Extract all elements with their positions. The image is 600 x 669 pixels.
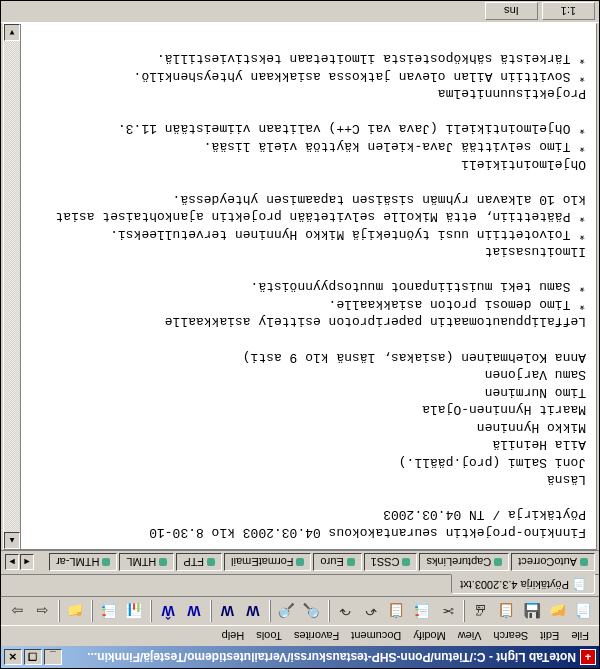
clip-tab-html[interactable]: HTML [119,554,174,572]
book-icon [580,559,588,567]
toolbar-separator [463,600,465,622]
toolbar-separator [210,600,212,622]
new-file-icon[interactable]: 📄 [571,599,595,623]
find-icon[interactable]: 🔍 [300,599,324,623]
clip-scroll-left[interactable]: ◄ [20,555,34,571]
menu-document[interactable]: Document [345,628,407,644]
forward-icon[interactable]: ⇨ [5,599,29,623]
open-file-icon[interactable]: 📂 [546,599,570,623]
browser-icon[interactable]: W [182,599,206,623]
book-icon [102,559,110,567]
menu-tools[interactable]: Tools [250,628,288,644]
vertical-scrollbar[interactable]: ▲ ▼ [4,24,21,549]
undo-icon[interactable]: ↶ [359,599,383,623]
clip-scroll-right[interactable]: ► [5,555,19,571]
clip-tab-formatemail[interactable]: FormatEmail [224,554,311,572]
save-icon[interactable]: 💾 [520,599,544,623]
library-icon[interactable]: 📑 [97,599,121,623]
clip-tab-euro[interactable]: Euro [313,554,361,572]
print-icon[interactable]: 🖨 [469,599,493,623]
redo-icon[interactable]: ↷ [334,599,358,623]
clip-library-tabs: AutoCorrect CaptureLinks CSS1 Euro Forma… [1,550,599,574]
book-icon [494,559,502,567]
menubar: File Edit Search View Modify Document Fa… [1,626,599,646]
menu-view[interactable]: View [452,628,488,644]
save-all-icon[interactable]: 📋 [495,599,519,623]
book-icon [296,559,304,567]
menu-search[interactable]: Search [487,628,534,644]
cursor-position: 1:1 [542,3,595,21]
file-icon: 📄 [572,579,586,591]
word-wrap2-icon[interactable]: W [216,599,240,623]
window-title: NoteTab Light - C:/Tietun/Ponn-SHP-testa… [62,650,576,664]
menu-modify[interactable]: Modify [407,628,451,644]
folder-icon[interactable]: 📁 [64,599,88,623]
document-tab-label: Pöytäkirja 4.3.2003.txt [460,579,569,591]
word-wrap-icon[interactable]: W [241,599,265,623]
toolbar-separator [328,600,330,622]
toolbar-separator [151,600,153,622]
menu-file[interactable]: File [565,628,595,644]
clip-tab-capturelinks[interactable]: CaptureLinks [419,554,509,572]
paste-icon[interactable]: 📋 [385,599,409,623]
maximize-button[interactable]: ❐ [24,649,42,665]
scroll-track[interactable] [4,41,20,532]
back-icon[interactable]: ⇦ [30,599,54,623]
toolbar-separator [58,600,60,622]
book-icon [159,559,167,567]
document-tab[interactable]: 📄 Pöytäkirja 4.3.2003.txt [451,574,595,594]
copy-icon[interactable]: 📑 [410,599,434,623]
browser2-icon[interactable]: Ŵ [157,599,181,623]
statusbar: 1:1 Ins [1,1,599,23]
clip-icon[interactable]: 📊 [123,599,147,623]
cut-icon[interactable]: ✂ [436,599,460,623]
replace-icon[interactable]: 🔎 [275,599,299,623]
menu-edit[interactable]: Edit [534,628,565,644]
titlebar: + NoteTab Light - C:/Tietun/Ponn-SHP-tes… [1,646,599,668]
minimize-button[interactable]: _ [44,649,62,665]
clip-tab-ftp[interactable]: FTP [176,554,222,572]
app-icon: + [580,649,596,665]
menu-help[interactable]: Help [216,628,251,644]
insert-mode: Ins [485,3,538,21]
toolbar: 📄 📂 💾 📋 🖨 ✂ 📑 📋 ↶ ↷ 🔍 🔎 W W W Ŵ 📊 📑 📁 ⇦ … [1,596,599,626]
scroll-down-button[interactable]: ▼ [4,24,20,41]
book-icon [347,559,355,567]
app-window: + NoteTab Light - C:/Tietun/Ponn-SHP-tes… [0,0,600,669]
book-icon [207,559,215,567]
close-button[interactable]: ✕ [4,649,22,665]
clip-tab-html-ar[interactable]: HTML-ar [49,554,117,572]
toolbar-separator [91,600,93,622]
document-tabs: 📄 Pöytäkirja 4.3.2003.txt [1,574,599,596]
toolbar-separator [269,600,271,622]
scroll-up-button[interactable]: ▲ [4,532,20,549]
menu-favorites[interactable]: Favorites [288,628,345,644]
book-icon [402,559,410,567]
editor-area: Finnkino-projektin seurantakokous 04.03.… [3,23,597,550]
clip-tab-autocorrect[interactable]: AutoCorrect [511,554,595,572]
clip-tab-css1[interactable]: CSS1 [364,554,418,572]
text-editor[interactable]: Finnkino-projektin seurantakokous 04.03.… [21,24,596,549]
